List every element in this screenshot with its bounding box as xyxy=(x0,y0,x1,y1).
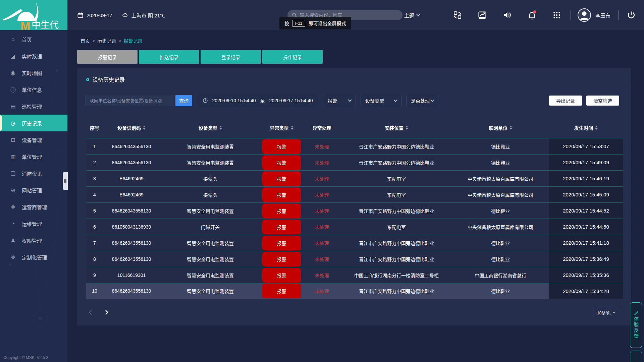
sidebar-item[interactable]: ♟ 权限管理 xyxy=(0,232,67,249)
table-column-header[interactable]: 设备识别码 xyxy=(103,123,160,132)
record-tab[interactable]: 报警记录 xyxy=(77,50,138,64)
sort-icon[interactable] xyxy=(595,126,598,130)
speaker-icon xyxy=(502,10,512,20)
column-label: 序号 xyxy=(90,124,99,131)
export-records-button[interactable]: 导出记录 xyxy=(549,96,582,106)
cell-location: 晋江市广安路野力中国旁边德比鞋业 xyxy=(341,283,452,299)
sidebar-collapse-handle[interactable] xyxy=(63,172,68,190)
table-column-header[interactable]: 设备类型 xyxy=(160,123,261,132)
table-row[interactable]: 1 864626043556130 智慧安全用电监测装置 报警 未处理 晋江市广… xyxy=(86,138,623,154)
cell-time: 2020/09/17 15:44:50 xyxy=(549,219,623,235)
sort-icon[interactable] xyxy=(291,126,293,130)
date-range-picker[interactable]: 2020-09-10 15:54:40 至 2020-09-17 15:54:4… xyxy=(197,95,318,106)
breadcrumb-item[interactable]: 首页 xyxy=(80,38,97,44)
person-icon xyxy=(578,9,590,21)
cell-time: 2020/09/17 15:44:52 xyxy=(549,203,623,219)
sidebar-item[interactable]: ▤ 巡检管理 xyxy=(0,98,67,115)
sidebar-item-label: 运维管理 xyxy=(22,220,42,227)
main-content: 首页历史记录报警记录 报警记录 推送记录 登录记录 操作记录 xyxy=(67,30,644,362)
table-header: 序号 设备识别码 设备类型 异常类型 xyxy=(86,123,623,132)
table-column-header[interactable]: 发生时间 xyxy=(549,123,623,132)
cell-handle-status: 未处理 xyxy=(303,219,341,235)
logout-button[interactable] xyxy=(626,9,637,21)
table-column-header[interactable]: 联网单位 xyxy=(452,123,549,132)
table-column-header[interactable]: 异常处理 xyxy=(303,123,341,132)
breadcrumb-item[interactable]: 报警记录 xyxy=(123,38,142,44)
sidebar-item[interactable]: ⊡ 设备管理 xyxy=(0,131,67,148)
table-row[interactable]: 7 864626043556130 智慧安全用电监测装置 报警 未处理 晋江市广… xyxy=(86,235,623,251)
table-row[interactable]: 3 E64692469 摄像头 报警 未处理 东配电室 中央储备粮太原直属库有限… xyxy=(86,170,623,186)
cell-device-id: 864626043556130 xyxy=(103,235,160,251)
sidebar-item[interactable]: ⊕ 网站管理 xyxy=(0,182,67,198)
prev-page-button[interactable] xyxy=(86,307,96,317)
screen-switch-button[interactable] xyxy=(452,9,463,21)
apps-grid-button[interactable] xyxy=(551,9,562,21)
username-text: 李玉东 xyxy=(595,12,610,19)
sort-icon[interactable] xyxy=(406,126,408,130)
notifications-button[interactable] xyxy=(526,9,538,21)
table-row[interactable]: 4 E64692469 摄像头 报警 未处理 东配电室 中央储备粮太原直属库有限… xyxy=(86,186,623,202)
sidebar-item[interactable]: ◷ 历史记录 xyxy=(0,115,67,131)
query-button[interactable]: 查询 xyxy=(175,95,192,106)
record-tab[interactable]: 登录记录 xyxy=(201,50,261,64)
grid-dots-icon xyxy=(552,11,561,19)
cell-handle-status: 未处理 xyxy=(303,138,341,154)
keyword-input[interactable] xyxy=(86,95,173,106)
cell-location: 东配电室 xyxy=(341,219,452,235)
sidebar-item-label: 实时数据 xyxy=(22,53,42,60)
table-row[interactable]: 10 864626043556130 智慧安全用电监测装置 报警 未处理 晋江市… xyxy=(86,283,623,299)
feedback-tab[interactable]: 体验反馈 xyxy=(630,302,642,348)
table-column-header[interactable]: 安装位置 xyxy=(341,123,452,132)
column-label: 发生时间 xyxy=(574,124,593,131)
next-page-button[interactable] xyxy=(101,307,111,317)
sidebar-item[interactable]: ☻ 运营商管理 xyxy=(0,198,67,215)
sort-icon[interactable] xyxy=(143,126,146,130)
sidebar-item[interactable]: ⓘ 单位信息 xyxy=(0,81,67,98)
sort-icon[interactable] xyxy=(509,126,512,130)
breadcrumb-item[interactable]: 历史记录 xyxy=(97,38,123,44)
sidebar-item[interactable]: ◉ 实时地图 xyxy=(0,64,67,81)
column-label: 设备类型 xyxy=(199,124,217,131)
record-tab[interactable]: 推送记录 xyxy=(139,50,199,64)
section-title: 设备历史记录 xyxy=(86,75,125,83)
chevron-down-icon xyxy=(348,98,352,102)
sidebar-item[interactable]: ⌂ 首页 xyxy=(0,31,67,48)
sidebar-item[interactable]: ▥ 单位管理 xyxy=(0,148,67,165)
table-row[interactable]: 6 861050043136939 门磁开关 报警 未处理 东配电室 中央储备粮… xyxy=(86,219,623,235)
user-avatar[interactable] xyxy=(578,8,591,22)
sidebar-item[interactable]: ❖ 定制化管理 xyxy=(0,249,67,265)
cell-unit: 中央储备粮太原直属库有限公司 xyxy=(452,171,549,186)
page-size-select[interactable]: 10条/页 xyxy=(593,308,619,317)
cell-device-type: 摄像头 xyxy=(160,171,261,186)
table-row[interactable]: 5 864626043556130 智慧安全用电监测装置 报警 未处理 晋江市广… xyxy=(86,202,623,219)
sidebar-item-label: 运营商管理 xyxy=(22,203,47,210)
feedback-stub-tab[interactable] xyxy=(630,351,642,362)
statistics-button[interactable] xyxy=(477,9,488,21)
table-column-header[interactable]: 序号 xyxy=(86,123,103,132)
cell-abnormal-type: 报警 xyxy=(261,155,303,170)
record-tab[interactable]: 操作记录 xyxy=(262,50,323,64)
voice-button[interactable] xyxy=(501,9,513,21)
tab-label: 操作记录 xyxy=(283,54,302,60)
cell-handle-status: 未处理 xyxy=(303,171,341,186)
alarm-badge: 报警 xyxy=(262,252,301,266)
cell-location: 晋江市广安路野力中国旁边德比鞋业 xyxy=(341,251,452,267)
clear-filters-button[interactable]: 清空筛选 xyxy=(586,96,619,106)
sidebar-item-label: 实时地图 xyxy=(22,69,42,76)
sidebar-item[interactable]: ◔ 运维管理 xyxy=(0,215,67,232)
table-row[interactable]: 2 864626043556130 智慧安全用电监测装置 报警 未处理 晋江市广… xyxy=(86,154,623,170)
table-row[interactable]: 9 10116619301 智慧安全用电监测装置 报警 未处理 中国工商银行湖南… xyxy=(86,267,623,283)
table-row[interactable]: 8 864626043556130 智慧安全用电监测装置 报警 未处理 晋江市广… xyxy=(86,251,623,267)
table-column-header[interactable]: 异常类型 xyxy=(261,123,303,132)
theme-dropdown[interactable]: 主题 xyxy=(404,12,420,19)
sidebar-item[interactable]: ◢ 实时数据 xyxy=(0,48,67,64)
cell-handle-status: 未处理 xyxy=(303,203,341,219)
alarm-type-select[interactable]: 报警 xyxy=(323,95,356,106)
sort-icon[interactable] xyxy=(219,126,222,130)
sidebar-item-label: 定制化管理 xyxy=(22,254,47,261)
tab-label: 推送记录 xyxy=(160,54,178,60)
table-body: 1 864626043556130 智慧安全用电监测装置 报警 未处理 晋江市广… xyxy=(86,138,623,299)
handled-select[interactable]: 是否处理 xyxy=(406,95,438,106)
device-type-select[interactable]: 设备类型 xyxy=(361,95,401,106)
sidebar-item[interactable]: ❏ 消防资讯 xyxy=(0,165,67,182)
